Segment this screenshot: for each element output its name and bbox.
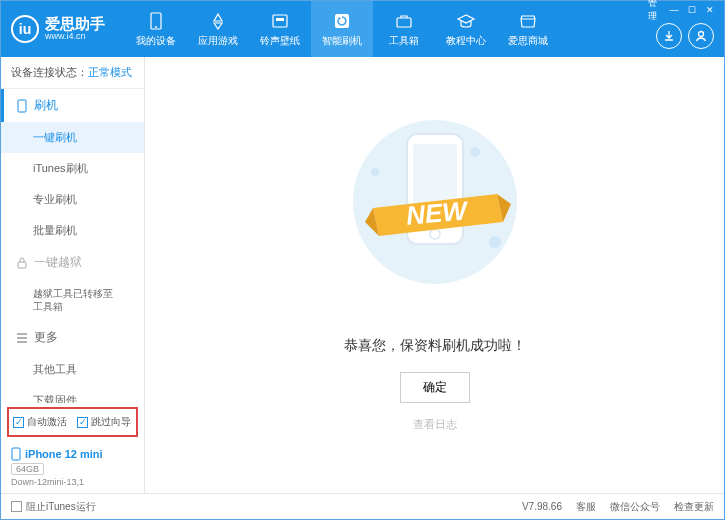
manage-button[interactable]: 管理 [648, 3, 664, 17]
body: 设备连接状态：正常模式 刷机 一键刷机 iTunes刷机 专业刷机 批量刷机 一… [1, 57, 724, 493]
category-jailbreak[interactable]: 一键越狱 [1, 246, 144, 279]
svg-rect-7 [18, 100, 26, 112]
nav-store[interactable]: 爱思商城 [497, 1, 559, 57]
svg-rect-4 [335, 14, 349, 28]
footer-link-update[interactable]: 检查更新 [674, 500, 714, 514]
refresh-icon [332, 11, 352, 31]
title-right-buttons [656, 23, 714, 49]
sub-download-firmware[interactable]: 下载固件 [1, 385, 144, 403]
lock-icon [16, 257, 28, 269]
graduation-icon [456, 11, 476, 31]
connection-status: 设备连接状态：正常模式 [1, 57, 144, 89]
category-more[interactable]: 更多 [1, 321, 144, 354]
footer: 阻止iTunes运行 V7.98.66 客服 微信公众号 检查更新 [1, 493, 724, 519]
apps-icon [208, 11, 228, 31]
toolbox-icon [394, 11, 414, 31]
close-button[interactable]: ✕ [702, 3, 718, 17]
block-itunes-label: 阻止iTunes运行 [26, 500, 96, 514]
svg-rect-5 [397, 18, 411, 27]
check-icon: ✓ [77, 417, 88, 428]
titlebar: iu 爱思助手 www.i4.cn 我的设备 应用游戏 铃声壁纸 智能刷机 工具… [1, 1, 724, 57]
version-label: V7.98.66 [522, 501, 562, 512]
svg-point-13 [489, 236, 501, 248]
nav-toolbox[interactable]: 工具箱 [373, 1, 435, 57]
ok-button[interactable]: 确定 [400, 372, 470, 403]
download-button[interactable] [656, 23, 682, 49]
sidebar: 设备连接状态：正常模式 刷机 一键刷机 iTunes刷机 专业刷机 批量刷机 一… [1, 57, 145, 493]
minimize-button[interactable]: — [666, 3, 682, 17]
success-illustration: NEW [325, 112, 545, 292]
sub-one-key-flash[interactable]: 一键刷机 [1, 122, 144, 153]
nav-tutorials[interactable]: 教程中心 [435, 1, 497, 57]
phone-icon [11, 447, 21, 461]
checkbox-skip-setup[interactable]: ✓跳过向导 [77, 415, 131, 429]
system-buttons: 管理 — ☐ ✕ [648, 3, 718, 17]
menu-icon [16, 333, 28, 343]
wallpaper-icon [270, 11, 290, 31]
footer-link-wechat[interactable]: 微信公众号 [610, 500, 660, 514]
app-window: iu 爱思助手 www.i4.cn 我的设备 应用游戏 铃声壁纸 智能刷机 工具… [0, 0, 725, 520]
svg-point-1 [155, 26, 157, 28]
svg-text:NEW: NEW [404, 195, 469, 230]
svg-point-12 [371, 168, 379, 176]
main-content: NEW 恭喜您，保资料刷机成功啦！ 确定 查看日志 [145, 57, 724, 493]
footer-link-support[interactable]: 客服 [576, 500, 596, 514]
sub-batch-flash[interactable]: 批量刷机 [1, 215, 144, 246]
user-button[interactable] [688, 23, 714, 49]
sidebar-menu: 刷机 一键刷机 iTunes刷机 专业刷机 批量刷机 一键越狱 越狱工具已转移至… [1, 89, 144, 403]
svg-point-6 [699, 32, 704, 37]
checkbox-block-itunes[interactable] [11, 501, 22, 512]
svg-rect-9 [12, 448, 20, 460]
main-nav: 我的设备 应用游戏 铃声壁纸 智能刷机 工具箱 教程中心 爱思商城 [125, 1, 559, 57]
nav-my-device[interactable]: 我的设备 [125, 1, 187, 57]
device-info[interactable]: iPhone 12 mini 64GB Down-12mini-13,1 [1, 441, 144, 493]
check-icon: ✓ [13, 417, 24, 428]
store-icon [518, 11, 538, 31]
svg-rect-3 [276, 18, 284, 21]
success-message: 恭喜您，保资料刷机成功啦！ [145, 337, 724, 355]
device-desc: Down-12mini-13,1 [11, 477, 134, 487]
logo-icon: iu [11, 15, 39, 43]
view-log-link[interactable]: 查看日志 [145, 417, 724, 432]
jailbreak-note: 越狱工具已转移至 工具箱 [1, 279, 144, 321]
sub-other-tools[interactable]: 其他工具 [1, 354, 144, 385]
device-capacity: 64GB [11, 463, 44, 475]
svg-point-11 [470, 147, 480, 157]
phone-icon [146, 11, 166, 31]
sub-pro-flash[interactable]: 专业刷机 [1, 184, 144, 215]
app-name: 爱思助手 [45, 16, 105, 33]
options-highlight: ✓自动激活 ✓跳过向导 [7, 407, 138, 437]
checkbox-auto-activate[interactable]: ✓自动激活 [13, 415, 67, 429]
category-flash[interactable]: 刷机 [1, 89, 144, 122]
app-url: www.i4.cn [45, 32, 105, 42]
phone-icon [16, 99, 28, 113]
svg-rect-8 [18, 262, 26, 268]
nav-ringtones[interactable]: 铃声壁纸 [249, 1, 311, 57]
app-logo: iu 爱思助手 www.i4.cn [11, 15, 105, 43]
sub-itunes-flash[interactable]: iTunes刷机 [1, 153, 144, 184]
maximize-button[interactable]: ☐ [684, 3, 700, 17]
nav-apps[interactable]: 应用游戏 [187, 1, 249, 57]
nav-flash[interactable]: 智能刷机 [311, 1, 373, 57]
